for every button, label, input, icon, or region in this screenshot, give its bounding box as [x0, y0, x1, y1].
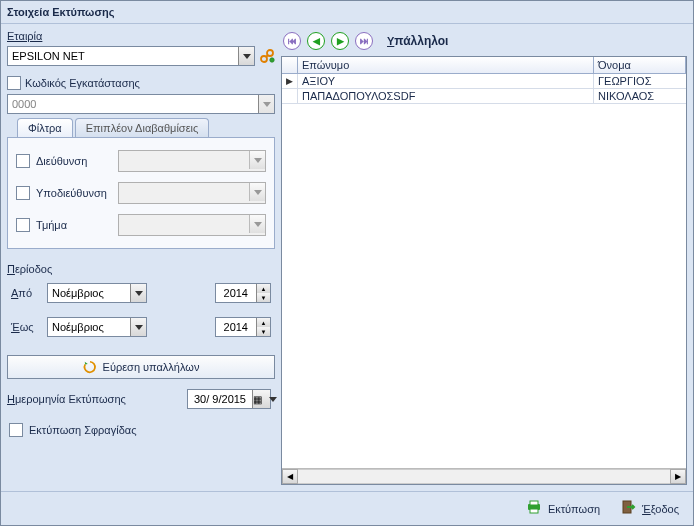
- footer: Εκτύπωση Έξοδος: [1, 491, 693, 525]
- period-group: Από Νοέμβριος 2014 ▲ ▼ Έως: [7, 283, 275, 337]
- employees-title: Υπάλληλοι: [387, 34, 448, 48]
- scroll-left-button[interactable]: ◀: [282, 469, 298, 484]
- employees-grid: Επώνυμο Όνομα ▶ ΑΞΙΟΥ ΓΕΩΡΓΙΟΣ ΠΑΠΑΔΟΠΟΥ…: [281, 56, 687, 485]
- install-code-label: Κωδικός Εγκατάστασης: [25, 77, 140, 89]
- address-dropdown-button[interactable]: [249, 151, 265, 169]
- subaddress-label: Υποδιεύθυνση: [36, 187, 112, 199]
- table-row[interactable]: ▶ ΑΞΙΟΥ ΓΕΩΡΓΙΟΣ: [282, 74, 686, 89]
- scroll-right-button[interactable]: ▶: [670, 469, 686, 484]
- tab-filters[interactable]: Φίλτρα: [17, 118, 73, 137]
- right-panel: ⏮ ◀ ▶ ⏭ Υπάλληλοι Επώνυμο Όνομα ▶ ΑΞΙΟΥ …: [281, 30, 687, 485]
- company-label: Εταιρία: [7, 30, 275, 42]
- link-icon[interactable]: [259, 48, 275, 64]
- chevron-down-icon: [135, 325, 143, 330]
- department-dropdown-button[interactable]: [249, 215, 265, 233]
- grid-header: Επώνυμο Όνομα: [282, 57, 686, 74]
- scroll-track[interactable]: [298, 469, 670, 484]
- company-input[interactable]: [8, 47, 238, 65]
- company-row: [7, 46, 275, 66]
- from-year-down[interactable]: ▼: [256, 293, 270, 302]
- subaddress-combo[interactable]: [118, 182, 266, 204]
- svg-rect-6: [530, 509, 538, 513]
- nav-last-button[interactable]: ⏭: [355, 32, 373, 50]
- exit-icon: [622, 500, 636, 517]
- refresh-icon: [83, 360, 97, 374]
- install-code-input[interactable]: [8, 95, 258, 113]
- svg-point-3: [270, 58, 274, 62]
- exit-button[interactable]: Έξοδος: [622, 500, 679, 517]
- from-label: Από: [11, 287, 39, 299]
- subaddress-checkbox[interactable]: [16, 186, 30, 200]
- printer-icon: [526, 500, 542, 517]
- department-combo[interactable]: [118, 214, 266, 236]
- row-indicator-icon: [282, 89, 298, 103]
- period-label: Περίοδος: [7, 263, 275, 275]
- from-month-combo[interactable]: Νοέμβριος: [47, 283, 147, 303]
- col-surname[interactable]: Επώνυμο: [298, 57, 594, 73]
- window-title: Στοιχεία Εκτύπωσης: [7, 6, 114, 18]
- col-name[interactable]: Όνομα: [594, 57, 686, 73]
- chevron-down-icon: [254, 222, 262, 227]
- to-label: Έως: [11, 321, 39, 333]
- seal-label: Εκτύπωση Σφραγίδας: [29, 424, 136, 436]
- filter-tabs: Φίλτρα Επιπλέον Διαβαθμίσεις Διεύθυνση: [7, 118, 275, 249]
- calendar-dropdown[interactable]: ▦: [252, 390, 270, 408]
- to-month-combo[interactable]: Νοέμβριος: [47, 317, 147, 337]
- chevron-down-icon: [269, 397, 277, 402]
- print-dialog: Στοιχεία Εκτύπωσης Εταιρία Κωδικός Εγκατ…: [0, 0, 694, 526]
- left-panel: Εταιρία Κωδικός Εγκατάστασης: [7, 30, 275, 485]
- title-bar: Στοιχεία Εκτύπωσης: [1, 1, 693, 24]
- grid-header-indicator: [282, 57, 298, 73]
- filters-panel: Διεύθυνση Υποδιεύθυνση: [7, 137, 275, 249]
- department-checkbox[interactable]: [16, 218, 30, 232]
- chevron-down-icon: [135, 291, 143, 296]
- install-code-dropdown-button[interactable]: [258, 95, 274, 113]
- tab-extra[interactable]: Επιπλέον Διαβαθμίσεις: [75, 118, 210, 137]
- address-combo[interactable]: [118, 150, 266, 172]
- subaddress-dropdown-button[interactable]: [249, 183, 265, 201]
- from-year-up[interactable]: ▲: [256, 284, 270, 293]
- nav-prev-button[interactable]: ◀: [307, 32, 325, 50]
- print-date-picker[interactable]: 30/ 9/2015 ▦: [187, 389, 271, 409]
- svg-line-2: [266, 55, 268, 57]
- seal-checkbox[interactable]: [9, 423, 23, 437]
- company-dropdown-button[interactable]: [238, 47, 254, 65]
- seal-row: Εκτύπωση Σφραγίδας: [7, 423, 275, 437]
- grid-body: ▶ ΑΞΙΟΥ ΓΕΩΡΓΙΟΣ ΠΑΠΑΔΟΠΟΥΛΟΣSDF ΝΙΚΟΛΑΟ…: [282, 74, 686, 468]
- find-employees-button[interactable]: Εύρεση υπαλλήλων: [7, 355, 275, 379]
- print-button[interactable]: Εκτύπωση: [526, 500, 600, 517]
- from-month-dropdown[interactable]: [130, 284, 146, 302]
- row-indicator-icon: ▶: [282, 74, 298, 88]
- print-date-row: Ημερομηνία Εκτύπωσης 30/ 9/2015 ▦: [7, 389, 275, 409]
- svg-rect-5: [530, 501, 538, 505]
- department-label: Τμήμα: [36, 219, 112, 231]
- address-label: Διεύθυνση: [36, 155, 112, 167]
- chevron-down-icon: [263, 102, 271, 107]
- to-month-dropdown[interactable]: [130, 318, 146, 336]
- company-combo[interactable]: [7, 46, 255, 66]
- calendar-icon: ▦: [247, 394, 268, 405]
- to-year-up[interactable]: ▲: [256, 318, 270, 327]
- nav-next-button[interactable]: ▶: [331, 32, 349, 50]
- from-year-spinner[interactable]: 2014 ▲ ▼: [215, 283, 271, 303]
- to-year-spinner[interactable]: 2014 ▲ ▼: [215, 317, 271, 337]
- horizontal-scrollbar[interactable]: ◀ ▶: [282, 468, 686, 484]
- print-date-label: Ημερομηνία Εκτύπωσης: [7, 393, 126, 405]
- chevron-down-icon: [254, 158, 262, 163]
- chevron-down-icon: [254, 190, 262, 195]
- chevron-down-icon: [243, 54, 251, 59]
- install-code-combo[interactable]: [7, 94, 275, 114]
- table-row[interactable]: ΠΑΠΑΔΟΠΟΥΛΟΣSDF ΝΙΚΟΛΑΟΣ: [282, 89, 686, 104]
- grid-nav: ⏮ ◀ ▶ ⏭ Υπάλληλοι: [281, 30, 687, 56]
- to-year-down[interactable]: ▼: [256, 327, 270, 336]
- address-checkbox[interactable]: [16, 154, 30, 168]
- install-code-row: Κωδικός Εγκατάστασης: [7, 76, 275, 90]
- main-area: Εταιρία Κωδικός Εγκατάστασης: [1, 24, 693, 491]
- nav-first-button[interactable]: ⏮: [283, 32, 301, 50]
- install-code-checkbox[interactable]: [7, 76, 21, 90]
